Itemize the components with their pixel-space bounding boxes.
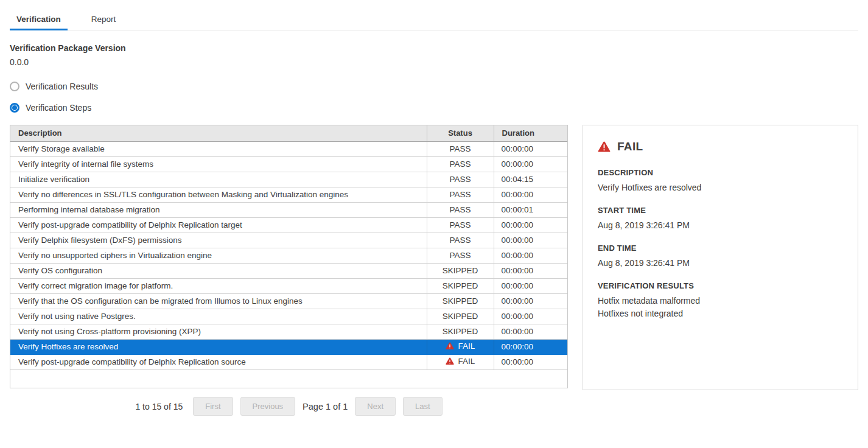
table-row[interactable]: Verify Storage available PASS 00:00:00: [10, 141, 567, 156]
step-status-text: SKIPPED: [443, 266, 478, 275]
radio-label: Verification Results: [26, 82, 98, 91]
step-description-cell: Verify post-upgrade compatibility of Del…: [10, 354, 427, 369]
step-description-cell: Verify Hotfixes are resolved: [10, 339, 427, 354]
step-status-cell: PASS: [427, 156, 494, 172]
view-mode-radio-group: Verification Results Verification Steps: [10, 82, 858, 113]
step-description-cell: Performing internal database migration: [10, 202, 427, 217]
step-status-cell: FAIL: [427, 339, 494, 354]
detail-results-label: VERIFICATION RESULTS: [598, 281, 843, 290]
column-header-description[interactable]: Description: [10, 125, 427, 141]
step-duration-cell: 00:00:00: [494, 354, 567, 369]
steps-table: Description Status Duration Verify Stora…: [10, 125, 567, 370]
previous-page-button[interactable]: Previous: [240, 397, 296, 416]
table-row[interactable]: Verify no differences in SSL/TLS configu…: [10, 187, 567, 202]
tab-report[interactable]: Report: [85, 11, 123, 30]
table-row[interactable]: Verify post-upgrade compatibility of Del…: [10, 217, 567, 233]
step-status-text: PASS: [449, 236, 471, 245]
table-row[interactable]: Verify that the OS configuration can be …: [10, 293, 567, 309]
steps-table-body: Verify Storage available PASS 00:00:00 V…: [10, 141, 567, 369]
step-status-text: PASS: [449, 251, 471, 260]
step-status-cell: SKIPPED: [427, 293, 494, 309]
table-row[interactable]: Verify correct migration image for platf…: [10, 278, 567, 293]
detail-description-label: DESCRIPTION: [598, 168, 843, 177]
step-description-cell: Initialize verification: [10, 172, 427, 187]
table-row[interactable]: Verify not using native Postgres. SKIPPE…: [10, 309, 567, 324]
fail-warning-icon: [446, 342, 454, 350]
step-status-cell: PASS: [427, 202, 494, 217]
detail-status-text: FAIL: [617, 140, 643, 153]
step-status-text: PASS: [449, 220, 471, 229]
detail-end-time-group: END TIME Aug 8, 2019 3:26:41 PM: [598, 243, 843, 270]
radio-verification-steps[interactable]: Verification Steps: [10, 103, 858, 113]
step-duration-cell: 00:00:00: [494, 141, 567, 156]
detail-start-time-value: Aug 8, 2019 3:26:41 PM: [598, 219, 843, 232]
pagination-bar: 1 to 15 of 15 First Previous Page 1 of 1…: [10, 397, 568, 416]
pagination-page-text: Page 1 of 1: [303, 402, 348, 411]
step-status-cell: SKIPPED: [427, 278, 494, 293]
step-description-cell: Verify not using Cross-platform provisio…: [10, 324, 427, 339]
step-duration-cell: 00:00:00: [494, 324, 567, 339]
detail-status-header: FAIL: [598, 140, 843, 153]
table-row[interactable]: Performing internal database migration P…: [10, 202, 567, 217]
table-row[interactable]: Initialize verification PASS 00:04:15: [10, 172, 567, 187]
step-status-cell: PASS: [427, 217, 494, 233]
package-version-section: Verification Package Version 0.0.0: [10, 43, 858, 67]
step-duration-cell: 00:00:00: [494, 293, 567, 309]
table-row[interactable]: Verify no unsupported ciphers in Virtual…: [10, 248, 567, 263]
step-status-text: PASS: [449, 190, 471, 199]
tab-bar: Verification Report: [10, 11, 858, 30]
step-status-text: PASS: [449, 175, 471, 184]
step-status-text: SKIPPED: [443, 312, 478, 321]
detail-end-time-value: Aug 8, 2019 3:26:41 PM: [598, 257, 843, 270]
step-status-cell: SKIPPED: [427, 324, 494, 339]
last-page-button[interactable]: Last: [403, 397, 443, 416]
tab-verification[interactable]: Verification: [10, 11, 68, 30]
table-header-row: Description Status Duration: [10, 125, 567, 141]
package-version-label: Verification Package Version: [10, 43, 858, 53]
step-duration-cell: 00:00:01: [494, 202, 567, 217]
step-status-cell: SKIPPED: [427, 309, 494, 324]
radio-verification-results[interactable]: Verification Results: [10, 82, 858, 91]
table-row[interactable]: Verify integrity of internal file system…: [10, 156, 567, 172]
step-description-cell: Verify not using native Postgres.: [10, 309, 427, 324]
step-status-cell: PASS: [427, 141, 494, 156]
step-status-text: FAIL: [458, 341, 475, 351]
step-description-cell: Verify integrity of internal file system…: [10, 156, 427, 172]
step-duration-cell: 00:00:00: [494, 278, 567, 293]
next-page-button[interactable]: Next: [355, 397, 396, 416]
first-page-button[interactable]: First: [193, 397, 233, 416]
table-row[interactable]: Verify Hotfixes are resolved FAIL 00:00:…: [10, 339, 567, 354]
main-content: Description Status Duration Verify Stora…: [10, 125, 858, 416]
step-status-cell: PASS: [427, 187, 494, 202]
step-duration-cell: 00:00:00: [494, 156, 567, 172]
table-row[interactable]: Verify not using Cross-platform provisio…: [10, 324, 567, 339]
detail-description-value: Verify Hotfixes are resolved: [598, 181, 843, 194]
step-duration-cell: 00:00:00: [494, 233, 567, 248]
step-duration-cell: 00:00:00: [494, 187, 567, 202]
table-row[interactable]: Verify post-upgrade compatibility of Del…: [10, 354, 567, 369]
step-status-cell: SKIPPED: [427, 263, 494, 278]
step-description-cell: Verify OS configuration: [10, 263, 427, 278]
step-duration-cell: 00:00:00: [494, 263, 567, 278]
step-duration-cell: 00:00:00: [494, 339, 567, 354]
step-duration-cell: 00:00:00: [494, 309, 567, 324]
detail-results-line: Hotfix metadata malformed: [598, 295, 843, 307]
table-row[interactable]: Verify OS configuration SKIPPED 00:00:00: [10, 263, 567, 278]
detail-results-group: VERIFICATION RESULTS Hotfix metadata mal…: [598, 281, 843, 320]
pagination-range-text: 1 to 15 of 15: [135, 402, 183, 411]
step-duration-cell: 00:04:15: [494, 172, 567, 187]
step-status-text: PASS: [449, 159, 471, 169]
step-description-cell: Verify correct migration image for platf…: [10, 278, 427, 293]
column-header-duration[interactable]: Duration: [494, 125, 567, 141]
step-duration-cell: 00:00:00: [494, 248, 567, 263]
detail-start-time-label: START TIME: [598, 206, 843, 215]
step-status-text: PASS: [449, 205, 471, 214]
radio-selected-icon: [10, 103, 19, 113]
column-header-status[interactable]: Status: [427, 125, 494, 141]
table-row[interactable]: Verify Delphix filesystem (DxFS) permiss…: [10, 233, 567, 248]
steps-table-container: Description Status Duration Verify Stora…: [10, 125, 568, 388]
package-version-value: 0.0.0: [10, 57, 858, 67]
detail-results-line: Hotfixes not integrated: [598, 307, 843, 320]
radio-label: Verification Steps: [26, 103, 91, 113]
step-status-cell: PASS: [427, 172, 494, 187]
